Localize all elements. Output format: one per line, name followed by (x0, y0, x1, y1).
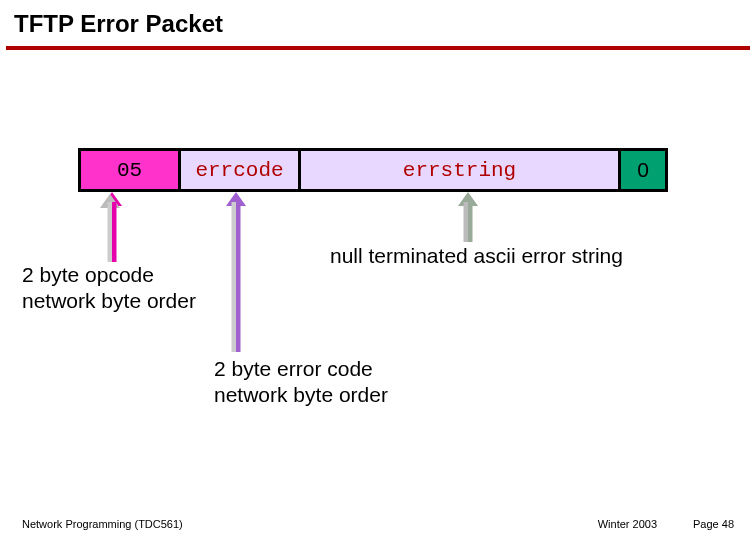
footer-left: Network Programming (TDC561) (22, 518, 183, 530)
label-errcode: 2 byte error codenetwork byte order (214, 356, 388, 409)
title-rule (6, 46, 750, 50)
footer-term: Winter 2003 (598, 518, 657, 530)
packet-diagram: 05 errcode errstring 0 (78, 148, 668, 192)
label-errstring: null terminated ascii error string (330, 243, 623, 269)
field-opcode: 05 (81, 151, 181, 189)
page-title: TFTP Error Packet (0, 0, 756, 46)
field-errcode: errcode (181, 151, 301, 189)
label-opcode: 2 byte opcodenetwork byte order (22, 262, 196, 315)
footer: Network Programming (TDC561) Winter 2003… (0, 518, 756, 530)
field-terminator: 0 (621, 151, 665, 189)
footer-page: Page 48 (693, 518, 734, 530)
field-errstring: errstring (301, 151, 621, 189)
